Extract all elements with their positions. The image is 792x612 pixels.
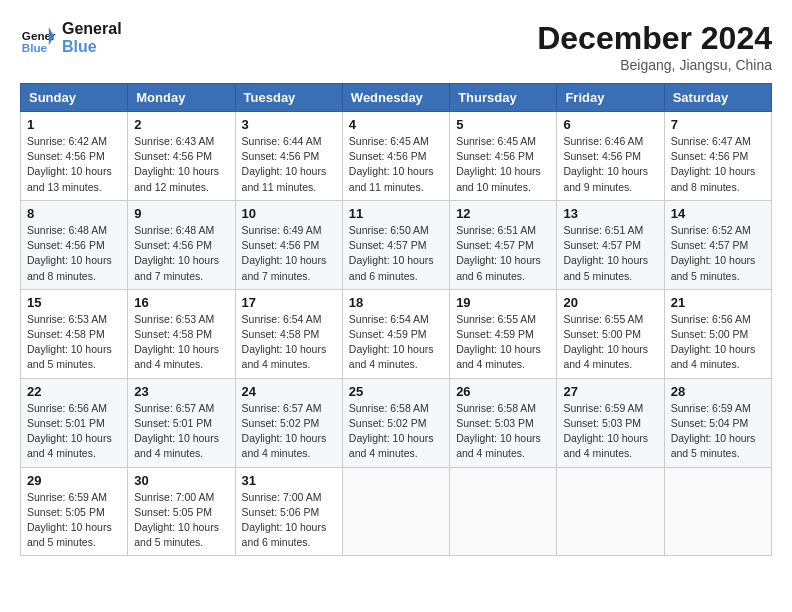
calendar-cell: 20Sunrise: 6:55 AM Sunset: 5:00 PM Dayli… <box>557 289 664 378</box>
calendar-cell: 16Sunrise: 6:53 AM Sunset: 4:58 PM Dayli… <box>128 289 235 378</box>
day-number: 13 <box>563 206 657 221</box>
day-number: 31 <box>242 473 336 488</box>
day-number: 4 <box>349 117 443 132</box>
calendar-cell: 24Sunrise: 6:57 AM Sunset: 5:02 PM Dayli… <box>235 378 342 467</box>
day-number: 28 <box>671 384 765 399</box>
day-number: 15 <box>27 295 121 310</box>
calendar-cell: 31Sunrise: 7:00 AM Sunset: 5:06 PM Dayli… <box>235 467 342 556</box>
day-detail: Sunrise: 6:52 AM Sunset: 4:57 PM Dayligh… <box>671 223 765 284</box>
calendar-cell: 29Sunrise: 6:59 AM Sunset: 5:05 PM Dayli… <box>21 467 128 556</box>
day-number: 16 <box>134 295 228 310</box>
day-detail: Sunrise: 6:49 AM Sunset: 4:56 PM Dayligh… <box>242 223 336 284</box>
calendar-cell: 7Sunrise: 6:47 AM Sunset: 4:56 PM Daylig… <box>664 112 771 201</box>
day-number: 19 <box>456 295 550 310</box>
day-number: 11 <box>349 206 443 221</box>
day-detail: Sunrise: 6:56 AM Sunset: 5:01 PM Dayligh… <box>27 401 121 462</box>
calendar-cell: 26Sunrise: 6:58 AM Sunset: 5:03 PM Dayli… <box>450 378 557 467</box>
calendar-cell: 9Sunrise: 6:48 AM Sunset: 4:56 PM Daylig… <box>128 200 235 289</box>
day-detail: Sunrise: 6:42 AM Sunset: 4:56 PM Dayligh… <box>27 134 121 195</box>
day-number: 2 <box>134 117 228 132</box>
day-number: 21 <box>671 295 765 310</box>
calendar-cell <box>450 467 557 556</box>
month-title: December 2024 <box>537 20 772 57</box>
calendar-cell: 14Sunrise: 6:52 AM Sunset: 4:57 PM Dayli… <box>664 200 771 289</box>
calendar-cell: 3Sunrise: 6:44 AM Sunset: 4:56 PM Daylig… <box>235 112 342 201</box>
calendar-cell: 25Sunrise: 6:58 AM Sunset: 5:02 PM Dayli… <box>342 378 449 467</box>
location-subtitle: Beigang, Jiangsu, China <box>537 57 772 73</box>
day-number: 6 <box>563 117 657 132</box>
calendar-week-row: 15Sunrise: 6:53 AM Sunset: 4:58 PM Dayli… <box>21 289 772 378</box>
calendar-cell: 5Sunrise: 6:45 AM Sunset: 4:56 PM Daylig… <box>450 112 557 201</box>
calendar-cell: 18Sunrise: 6:54 AM Sunset: 4:59 PM Dayli… <box>342 289 449 378</box>
calendar-cell: 2Sunrise: 6:43 AM Sunset: 4:56 PM Daylig… <box>128 112 235 201</box>
day-detail: Sunrise: 6:46 AM Sunset: 4:56 PM Dayligh… <box>563 134 657 195</box>
day-detail: Sunrise: 6:58 AM Sunset: 5:02 PM Dayligh… <box>349 401 443 462</box>
calendar-cell: 21Sunrise: 6:56 AM Sunset: 5:00 PM Dayli… <box>664 289 771 378</box>
logo-blue: Blue <box>62 38 122 56</box>
day-detail: Sunrise: 6:54 AM Sunset: 4:58 PM Dayligh… <box>242 312 336 373</box>
day-number: 10 <box>242 206 336 221</box>
calendar-cell: 6Sunrise: 6:46 AM Sunset: 4:56 PM Daylig… <box>557 112 664 201</box>
day-detail: Sunrise: 6:45 AM Sunset: 4:56 PM Dayligh… <box>456 134 550 195</box>
calendar-cell: 1Sunrise: 6:42 AM Sunset: 4:56 PM Daylig… <box>21 112 128 201</box>
day-detail: Sunrise: 6:51 AM Sunset: 4:57 PM Dayligh… <box>456 223 550 284</box>
day-detail: Sunrise: 6:43 AM Sunset: 4:56 PM Dayligh… <box>134 134 228 195</box>
day-of-week-header: Saturday <box>664 84 771 112</box>
day-number: 24 <box>242 384 336 399</box>
logo-general: General <box>62 20 122 38</box>
calendar-cell: 4Sunrise: 6:45 AM Sunset: 4:56 PM Daylig… <box>342 112 449 201</box>
title-block: December 2024 Beigang, Jiangsu, China <box>537 20 772 73</box>
logo: General Blue General Blue <box>20 20 122 56</box>
day-detail: Sunrise: 6:48 AM Sunset: 4:56 PM Dayligh… <box>27 223 121 284</box>
day-of-week-header: Tuesday <box>235 84 342 112</box>
day-number: 14 <box>671 206 765 221</box>
day-detail: Sunrise: 6:57 AM Sunset: 5:01 PM Dayligh… <box>134 401 228 462</box>
day-number: 17 <box>242 295 336 310</box>
day-number: 9 <box>134 206 228 221</box>
day-number: 25 <box>349 384 443 399</box>
day-of-week-header: Sunday <box>21 84 128 112</box>
calendar-cell: 28Sunrise: 6:59 AM Sunset: 5:04 PM Dayli… <box>664 378 771 467</box>
calendar-cell <box>342 467 449 556</box>
calendar-cell: 19Sunrise: 6:55 AM Sunset: 4:59 PM Dayli… <box>450 289 557 378</box>
day-detail: Sunrise: 6:44 AM Sunset: 4:56 PM Dayligh… <box>242 134 336 195</box>
day-detail: Sunrise: 6:59 AM Sunset: 5:03 PM Dayligh… <box>563 401 657 462</box>
calendar-table: SundayMondayTuesdayWednesdayThursdayFrid… <box>20 83 772 556</box>
logo-icon: General Blue <box>20 20 56 56</box>
day-detail: Sunrise: 6:59 AM Sunset: 5:05 PM Dayligh… <box>27 490 121 551</box>
svg-text:Blue: Blue <box>22 41 48 54</box>
day-detail: Sunrise: 7:00 AM Sunset: 5:05 PM Dayligh… <box>134 490 228 551</box>
calendar-cell <box>664 467 771 556</box>
calendar-cell: 15Sunrise: 6:53 AM Sunset: 4:58 PM Dayli… <box>21 289 128 378</box>
day-number: 3 <box>242 117 336 132</box>
day-detail: Sunrise: 6:47 AM Sunset: 4:56 PM Dayligh… <box>671 134 765 195</box>
day-detail: Sunrise: 6:53 AM Sunset: 4:58 PM Dayligh… <box>134 312 228 373</box>
day-of-week-header: Monday <box>128 84 235 112</box>
calendar-week-row: 29Sunrise: 6:59 AM Sunset: 5:05 PM Dayli… <box>21 467 772 556</box>
day-of-week-header: Thursday <box>450 84 557 112</box>
day-number: 30 <box>134 473 228 488</box>
calendar-week-row: 8Sunrise: 6:48 AM Sunset: 4:56 PM Daylig… <box>21 200 772 289</box>
day-of-week-header: Friday <box>557 84 664 112</box>
page-header: General Blue General Blue December 2024 … <box>20 20 772 73</box>
calendar-cell: 11Sunrise: 6:50 AM Sunset: 4:57 PM Dayli… <box>342 200 449 289</box>
calendar-cell: 12Sunrise: 6:51 AM Sunset: 4:57 PM Dayli… <box>450 200 557 289</box>
day-number: 8 <box>27 206 121 221</box>
day-detail: Sunrise: 6:54 AM Sunset: 4:59 PM Dayligh… <box>349 312 443 373</box>
calendar-cell: 23Sunrise: 6:57 AM Sunset: 5:01 PM Dayli… <box>128 378 235 467</box>
day-detail: Sunrise: 6:58 AM Sunset: 5:03 PM Dayligh… <box>456 401 550 462</box>
calendar-week-row: 22Sunrise: 6:56 AM Sunset: 5:01 PM Dayli… <box>21 378 772 467</box>
day-detail: Sunrise: 6:55 AM Sunset: 4:59 PM Dayligh… <box>456 312 550 373</box>
day-number: 23 <box>134 384 228 399</box>
day-number: 22 <box>27 384 121 399</box>
day-detail: Sunrise: 6:51 AM Sunset: 4:57 PM Dayligh… <box>563 223 657 284</box>
day-detail: Sunrise: 6:55 AM Sunset: 5:00 PM Dayligh… <box>563 312 657 373</box>
day-detail: Sunrise: 6:57 AM Sunset: 5:02 PM Dayligh… <box>242 401 336 462</box>
calendar-cell: 22Sunrise: 6:56 AM Sunset: 5:01 PM Dayli… <box>21 378 128 467</box>
day-number: 20 <box>563 295 657 310</box>
day-detail: Sunrise: 6:59 AM Sunset: 5:04 PM Dayligh… <box>671 401 765 462</box>
day-detail: Sunrise: 6:48 AM Sunset: 4:56 PM Dayligh… <box>134 223 228 284</box>
day-detail: Sunrise: 6:50 AM Sunset: 4:57 PM Dayligh… <box>349 223 443 284</box>
day-number: 18 <box>349 295 443 310</box>
day-number: 1 <box>27 117 121 132</box>
